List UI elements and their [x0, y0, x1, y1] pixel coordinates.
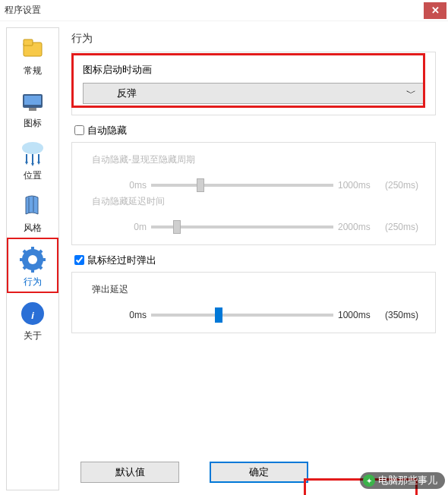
sidebar-item-behavior[interactable]: 行为 — [7, 238, 58, 293]
auto-hide-checkbox-row[interactable]: 自动隐藏 — [71, 123, 436, 137]
sidebar-item-label: 位置 — [8, 169, 57, 182]
svg-text:i: i — [31, 310, 34, 321]
slider-thumb — [197, 178, 204, 192]
icon-icon — [18, 87, 47, 115]
sidebar: 常规 图标 位置 风格 行为 i — [6, 27, 59, 490]
slider-min: 0m — [83, 222, 151, 232]
close-button[interactable]: ✕ — [424, 2, 446, 19]
slider-thumb — [173, 220, 181, 234]
svg-line-20 — [24, 251, 27, 254]
slider-value: (250ms) — [379, 222, 424, 232]
mouse-popup-checkbox[interactable] — [74, 255, 84, 265]
animation-fieldset: 图标启动时动画 反弹 ﹀ — [71, 52, 436, 115]
auto-hide-fieldset: 自动隐藏-显现至隐藏周期 0ms 1000ms (250ms) 自动隐藏延迟时间… — [71, 142, 436, 245]
window-title: 程序设置 — [5, 4, 424, 17]
slider-auto-hide-delay: 0m 2000ms (250ms) — [83, 222, 424, 232]
close-icon: ✕ — [431, 5, 440, 16]
svg-line-22 — [39, 251, 42, 254]
slider-max: 1000ms — [333, 180, 379, 191]
slider-value: (350ms) — [379, 310, 424, 320]
titlebar: 程序设置 ✕ — [0, 0, 448, 21]
slider-min: 0ms — [83, 310, 151, 320]
popup-delay-fieldset: 弹出延迟 0ms 1000ms (350ms) — [71, 272, 436, 333]
sidebar-item-label: 常规 — [8, 65, 57, 77]
svg-rect-3 — [24, 96, 41, 105]
auto-hide-label: 自动隐藏 — [87, 124, 127, 137]
auto-hide-checkbox[interactable] — [74, 125, 84, 135]
svg-rect-4 — [29, 108, 36, 111]
slider-track — [151, 225, 333, 229]
svg-line-21 — [39, 266, 42, 269]
button-row: 默认值 确定 — [67, 462, 308, 483]
slider-popup-delay[interactable]: 0ms 1000ms (350ms) — [83, 310, 424, 320]
content-panel: 行为 图标启动时动画 反弹 ﹀ 自动隐藏 自动隐藏-显现至隐藏周期 0ms 10… — [67, 27, 448, 489]
ok-button[interactable]: 确定 — [210, 462, 308, 483]
auto-hide-cycle-label: 自动隐藏-显现至隐藏周期 — [92, 153, 424, 166]
slider-max: 1000ms — [333, 310, 379, 320]
sidebar-item-label: 风格 — [8, 222, 57, 235]
sidebar-item-about[interactable]: i 关于 — [7, 293, 58, 345]
slider-track[interactable] — [151, 314, 333, 317]
watermark-text: 电脑那些事儿 — [378, 474, 437, 487]
slider-track — [151, 184, 333, 187]
position-icon — [18, 139, 47, 168]
sidebar-item-label: 关于 — [8, 329, 57, 342]
default-button[interactable]: 默认值 — [80, 462, 179, 483]
general-icon — [18, 34, 47, 63]
svg-marker-10 — [31, 163, 34, 166]
popup-delay-label: 弹出延迟 — [92, 283, 424, 296]
slider-value: (250ms) — [379, 180, 424, 191]
sidebar-item-label: 图标 — [8, 117, 57, 130]
sidebar-item-position[interactable]: 位置 — [7, 133, 58, 185]
slider-min: 0ms — [83, 180, 151, 191]
svg-rect-1 — [24, 39, 33, 46]
style-icon — [18, 191, 47, 220]
svg-marker-9 — [25, 162, 28, 165]
sidebar-item-label: 行为 — [10, 276, 55, 288]
svg-point-15 — [28, 255, 37, 264]
behavior-icon — [18, 245, 47, 274]
svg-line-23 — [24, 266, 27, 269]
sidebar-item-style[interactable]: 风格 — [7, 185, 58, 238]
sidebar-item-icon[interactable]: 图标 — [7, 80, 58, 133]
mouse-popup-label: 鼠标经过时弹出 — [87, 254, 156, 267]
sidebar-item-general[interactable]: 常规 — [7, 28, 58, 80]
wechat-icon: ✦ — [363, 475, 375, 487]
about-icon: i — [18, 299, 47, 328]
svg-marker-11 — [37, 162, 40, 165]
section-heading: 行为 — [71, 32, 440, 46]
mouse-popup-checkbox-row[interactable]: 鼠标经过时弹出 — [71, 253, 436, 267]
slider-max: 2000ms — [333, 222, 379, 232]
slider-thumb[interactable] — [215, 307, 222, 323]
animation-combo[interactable]: 反弹 ﹀ — [83, 83, 424, 104]
chevron-down-icon: ﹀ — [406, 87, 416, 100]
svg-point-5 — [22, 142, 43, 154]
animation-label: 图标启动时动画 — [83, 63, 424, 77]
watermark: ✦ 电脑那些事儿 — [360, 472, 445, 489]
combo-value: 反弹 — [117, 87, 137, 100]
slider-auto-hide-cycle: 0ms 1000ms (250ms) — [83, 180, 424, 191]
auto-hide-delay-label: 自动隐藏延迟时间 — [92, 195, 424, 208]
